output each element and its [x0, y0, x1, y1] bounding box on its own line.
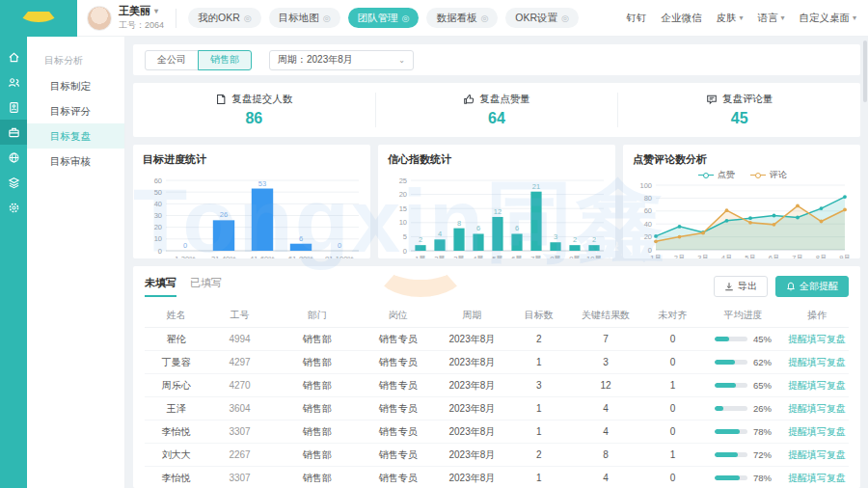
tab-unfilled[interactable]: 未填写 [145, 276, 176, 297]
svg-text:7星: 7星 [530, 255, 542, 258]
sidebar-item-goal-scoring[interactable]: 目标评分 [27, 98, 124, 123]
remind-fill-link[interactable]: 提醒填写复盘 [788, 357, 846, 367]
stats-summary: 复盘提交人数 86 复盘点赞量 64 复盘评论量 45 [133, 83, 860, 137]
scope-all-button[interactable]: 全公司 [145, 50, 199, 70]
nav-tab-team-management[interactable]: 团队管理◎ [348, 8, 420, 28]
rail-item-reports[interactable] [0, 95, 27, 120]
comment-icon [706, 94, 718, 105]
svg-text:1-20%: 1-20% [175, 255, 196, 258]
progress-fill [715, 360, 735, 365]
key-result-count: 4 [567, 426, 644, 437]
key-result-count: 8 [567, 449, 644, 460]
table-row: 翟伦4994销售部销售专员2023年8月27045%提醒填写复盘 [145, 328, 849, 351]
remind-all-button[interactable]: 全部提醒 [775, 276, 849, 297]
sidebar-item-goal-setting[interactable]: 目标制定 [27, 73, 124, 98]
dropdown-skin[interactable]: 皮肤▾ [716, 12, 743, 25]
export-label: 导出 [738, 280, 757, 293]
svg-text:20: 20 [399, 190, 407, 199]
remind-fill-link[interactable]: 提醒填写复盘 [788, 449, 846, 460]
scrollbar[interactable] [863, 41, 867, 102]
scope-segmented-control: 全公司 销售部 [145, 50, 252, 70]
period-select[interactable]: 周期：2023年8月 ⌄ [269, 50, 414, 70]
link-dingtalk[interactable]: 钉钉 [626, 12, 646, 25]
legend-marker-icon [750, 172, 766, 177]
average-progress: 72% [701, 449, 786, 460]
progress-fill [715, 452, 738, 457]
nav-tab-goal-map[interactable]: 目标地图◎ [269, 8, 340, 28]
legend-comments[interactable]: 评论 [750, 169, 787, 181]
users-icon [8, 76, 20, 89]
nav-tab-my-okr[interactable]: 我的OKR◎ [188, 8, 261, 28]
key-result-count: 4 [567, 473, 644, 483]
svg-text:100: 100 [639, 181, 652, 190]
dropdown-language[interactable]: 语言▾ [757, 12, 784, 25]
column-header: 周期 [433, 309, 510, 322]
chevron-down-icon[interactable]: ▾ [154, 7, 158, 15]
download-icon [724, 282, 734, 291]
user-name: 王美丽 [119, 4, 150, 18]
user-profile[interactable]: 王美丽 ▾ 工号：2064 [87, 4, 164, 32]
legend-likes[interactable]: 点赞 [698, 169, 735, 181]
brand-logo[interactable] [0, 0, 77, 37]
svg-text:10星: 10星 [586, 255, 602, 258]
rail-item-home[interactable] [0, 44, 27, 69]
chevron-down-icon: ▾ [780, 14, 784, 22]
gear-icon [8, 202, 20, 214]
link-wecom[interactable]: 企业微信 [661, 12, 701, 25]
progress-track [715, 383, 747, 388]
dropdown-custom-desktop[interactable]: 自定义桌面▾ [799, 12, 856, 25]
dropdown-label: 自定义桌面 [799, 12, 850, 25]
nav-tab-label: 目标地图 [279, 12, 319, 25]
svg-text:10: 10 [399, 218, 407, 227]
goal-count: 1 [511, 403, 567, 414]
sidebar-item-goal-review[interactable]: 目标复盘 [27, 123, 124, 149]
employee-name: 周乐心 [145, 379, 208, 393]
user-id: 工号：2064 [119, 19, 164, 32]
bell-icon [786, 282, 796, 291]
remind-fill-link[interactable]: 提醒填写复盘 [788, 403, 846, 414]
column-header: 岗位 [363, 309, 433, 322]
remind-fill-link[interactable]: 提醒填写复盘 [788, 334, 846, 344]
svg-text:6: 6 [515, 224, 519, 232]
table-toolbar: 未填写 已填写 导出 全部提醒 [145, 274, 849, 299]
dropdown-label: 语言 [757, 12, 777, 25]
svg-text:0: 0 [158, 247, 162, 256]
average-progress: 78% [701, 426, 786, 437]
period-select-value: 周期：2023年8月 [278, 53, 353, 67]
svg-text:4: 4 [438, 230, 442, 238]
svg-text:1月: 1月 [650, 254, 662, 258]
period: 2023年8月 [433, 448, 510, 462]
remind-fill-link[interactable]: 提醒填写复盘 [788, 380, 846, 391]
average-progress: 62% [701, 357, 786, 367]
progress-fill [715, 337, 729, 341]
rail-item-network[interactable] [0, 145, 27, 170]
layers-icon [8, 176, 20, 189]
svg-text:20: 20 [644, 232, 652, 241]
scope-sales-button[interactable]: 销售部 [198, 50, 252, 70]
rail-item-settings[interactable] [0, 195, 27, 220]
progress-percent: 72% [753, 449, 772, 460]
svg-text:0: 0 [338, 241, 341, 250]
avatar[interactable] [87, 6, 112, 31]
employee-id: 3307 [208, 426, 272, 437]
rail-item-layers[interactable] [0, 170, 27, 195]
progress-track [715, 406, 747, 411]
progress-fill [715, 383, 736, 388]
goal-count: 2 [511, 449, 567, 460]
table-row: 李怡悦3307销售部销售专员2023年8月14078%提醒填写复盘 [145, 420, 849, 444]
export-button[interactable]: 导出 [714, 276, 768, 297]
rail-item-workspace[interactable] [0, 120, 27, 145]
sidebar-item-goal-audit[interactable]: 目标审核 [27, 149, 124, 174]
svg-text:61-80%: 61-80% [288, 255, 313, 258]
svg-text:60: 60 [154, 176, 162, 185]
remind-fill-link[interactable]: 提醒填写复盘 [788, 426, 846, 437]
nav-tab-okr-settings[interactable]: OKR设置◎ [505, 8, 579, 28]
nav-tab-data-dashboard[interactable]: 数据看板◎ [426, 8, 498, 28]
unaligned-count: 0 [644, 426, 700, 437]
row-action: 提醒填写复盘 [785, 472, 849, 485]
remind-fill-link[interactable]: 提醒填写复盘 [788, 473, 846, 483]
rail-item-team[interactable] [0, 69, 27, 95]
employee-name: 翟伦 [145, 333, 208, 346]
tab-filled[interactable]: 已填写 [190, 276, 222, 297]
main-content: 全公司 销售部 周期：2023年8月 ⌄ 复盘提交人数 86 复盘点赞量 [125, 37, 868, 488]
